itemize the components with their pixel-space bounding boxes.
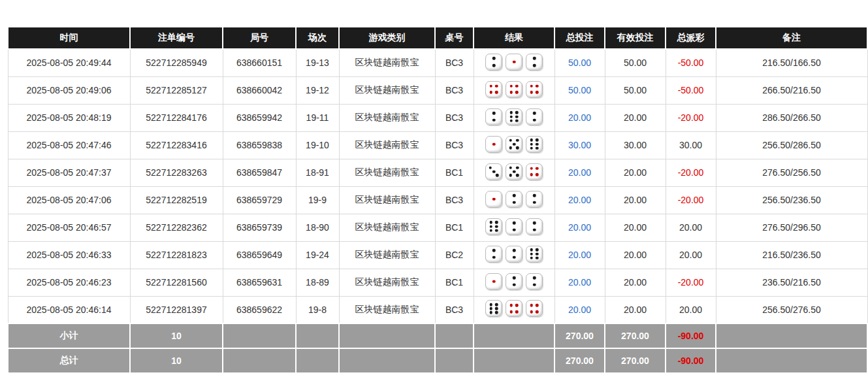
bet-row: 2025-08-05 20:46:57522712282362638659739… [8, 214, 867, 241]
cell-result [474, 104, 555, 131]
subtotal-row: 小计10270.00270.00-90.00 [8, 323, 867, 348]
total-bet-link[interactable]: 20.00 [568, 277, 591, 288]
cell-bet_id: 522712282362 [130, 214, 223, 241]
cell-remark: 216.50/236.50 [716, 241, 867, 269]
cell-total_bet[interactable]: 30.00 [555, 131, 605, 159]
bet-row: 2025-08-05 20:47:37522712283263638659847… [8, 159, 867, 186]
summary-empty-cell [474, 323, 555, 348]
cell-payout: 20.00 [666, 241, 716, 269]
die-face-2-icon [506, 191, 522, 208]
summary-empty-cell [716, 323, 867, 348]
summary-empty-cell [716, 348, 867, 373]
cell-round_id: 638660151 [223, 49, 296, 76]
cell-session: 19-10 [296, 131, 339, 159]
cell-session: 19-8 [296, 296, 339, 323]
cell-round_id: 638659729 [223, 186, 296, 214]
cell-valid_bet: 30.00 [605, 131, 666, 159]
cell-payout: 20.00 [666, 214, 716, 241]
grand-total-row: 总计10270.00270.00-90.00 [8, 348, 867, 373]
die-face-2-icon [526, 108, 543, 125]
total-bet-link[interactable]: 30.00 [568, 140, 591, 150]
column-header-time: 时间 [8, 27, 130, 49]
cell-time: 2025-08-05 20:47:06 [8, 186, 130, 214]
cell-table_no: BC1 [435, 159, 474, 186]
die-face-2-icon [485, 108, 502, 125]
total-bet-link[interactable]: 20.00 [568, 222, 591, 233]
total-bet-link[interactable]: 50.00 [568, 58, 591, 68]
column-header-payout: 总派彩 [666, 27, 716, 49]
cell-payout: 20.00 [666, 296, 716, 323]
cell-time: 2025-08-05 20:46:23 [8, 269, 130, 296]
die-face-2-icon [506, 246, 522, 263]
bet-row: 2025-08-05 20:47:06522712282519638659729… [8, 186, 867, 214]
bet-row: 2025-08-05 20:49:06522712285127638660042… [8, 76, 867, 104]
die-face-4-icon [506, 81, 522, 98]
cell-game_type: 区块链越南骰宝 [339, 131, 435, 159]
cell-session: 19-11 [296, 104, 339, 131]
cell-bet_id: 522712285127 [130, 76, 223, 104]
header-row: 时间注单编号局号场次游戏类别桌号结果总投注有效投注总派彩备注 [8, 27, 867, 49]
cell-total_bet[interactable]: 50.00 [555, 49, 605, 76]
total-bet-link[interactable]: 50.00 [568, 85, 591, 95]
total-bet-link[interactable]: 20.00 [568, 167, 591, 178]
cell-time: 2025-08-05 20:47:37 [8, 159, 130, 186]
die-face-2-icon [526, 54, 543, 71]
cell-total_bet[interactable]: 20.00 [555, 104, 605, 131]
cell-session: 19-9 [296, 186, 339, 214]
summary-empty-cell [435, 323, 474, 348]
bet-records-table: 时间注单编号局号场次游戏类别桌号结果总投注有效投注总派彩备注 2025-08-0… [7, 26, 868, 374]
die-face-6-icon [485, 300, 502, 317]
total-bet-link[interactable]: 20.00 [568, 250, 591, 260]
cell-result [474, 186, 555, 214]
cell-time: 2025-08-05 20:49:44 [8, 49, 130, 76]
total-bet-link[interactable]: 20.00 [568, 305, 591, 315]
cell-bet_id: 522712283416 [130, 131, 223, 159]
cell-valid_bet: 20.00 [605, 241, 666, 269]
summary-empty-cell [474, 348, 555, 373]
cell-total_bet[interactable]: 50.00 [555, 76, 605, 104]
cell-valid_bet: 20.00 [605, 214, 666, 241]
cell-time: 2025-08-05 20:49:06 [8, 76, 130, 104]
total-bet-link[interactable]: 20.00 [568, 195, 591, 205]
column-header-total_bet: 总投注 [555, 27, 605, 49]
payout-value: -50.00 [678, 85, 704, 95]
dice-result [485, 136, 543, 153]
cell-table_no: BC3 [435, 76, 474, 104]
summary-empty-cell [339, 348, 435, 373]
cell-remark: 276.50/256.50 [716, 159, 867, 186]
column-header-session: 场次 [296, 27, 339, 49]
bet-row: 2025-08-05 20:46:23522712281560638659631… [8, 269, 867, 296]
die-face-1-icon [485, 273, 502, 290]
cell-total_bet[interactable]: 20.00 [555, 241, 605, 269]
cell-valid_bet: 50.00 [605, 76, 666, 104]
cell-table_no: BC1 [435, 269, 474, 296]
column-header-remark: 备注 [716, 27, 867, 49]
cell-total_bet[interactable]: 20.00 [555, 159, 605, 186]
cell-session: 18-89 [296, 269, 339, 296]
cell-round_id: 638659942 [223, 104, 296, 131]
summary-count: 10 [130, 348, 223, 373]
bet-row: 2025-08-05 20:49:44522712285949638660151… [8, 49, 867, 76]
cell-total_bet[interactable]: 20.00 [555, 296, 605, 323]
cell-total_bet[interactable]: 20.00 [555, 186, 605, 214]
cell-round_id: 638659847 [223, 159, 296, 186]
cell-round_id: 638659622 [223, 296, 296, 323]
payout-value: -20.00 [678, 167, 704, 178]
cell-total_bet[interactable]: 20.00 [555, 269, 605, 296]
bet-row: 2025-08-05 20:48:19522712284176638659942… [8, 104, 867, 131]
cell-bet_id: 522712284176 [130, 104, 223, 131]
cell-round_id: 638660042 [223, 76, 296, 104]
total-bet-link[interactable]: 20.00 [568, 112, 591, 123]
cell-time: 2025-08-05 20:46:57 [8, 214, 130, 241]
cell-payout: -20.00 [666, 159, 716, 186]
die-face-5-icon [506, 136, 522, 153]
die-face-1-icon [506, 54, 522, 71]
cell-payout: -20.00 [666, 269, 716, 296]
cell-remark: 256.50/236.50 [716, 186, 867, 214]
summary-empty-cell [223, 323, 296, 348]
cell-total_bet[interactable]: 20.00 [555, 214, 605, 241]
summary-payout: -90.00 [666, 323, 716, 348]
dice-result [485, 163, 543, 180]
cell-remark: 276.50/296.50 [716, 214, 867, 241]
cell-table_no: BC3 [435, 131, 474, 159]
